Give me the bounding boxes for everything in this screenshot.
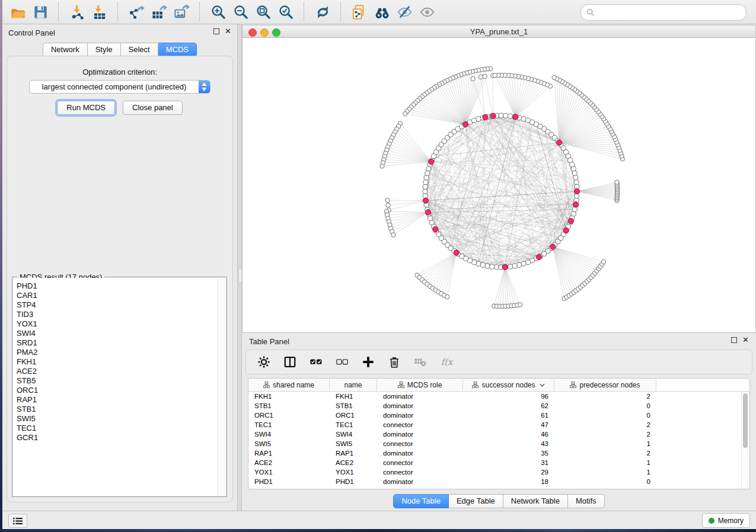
mcds-result-item[interactable]: ORC1 bbox=[13, 386, 218, 395]
tab-motifs[interactable]: Motifs bbox=[568, 494, 605, 508]
zoom-fit-icon[interactable] bbox=[252, 2, 275, 22]
graph-node[interactable] bbox=[571, 166, 576, 171]
graph-node[interactable] bbox=[423, 189, 428, 194]
export-network-icon[interactable] bbox=[125, 2, 148, 22]
graph-node[interactable] bbox=[423, 180, 428, 184]
mcds-hub-node[interactable] bbox=[556, 140, 562, 145]
memory-button[interactable]: Memory bbox=[702, 513, 750, 528]
tab-network[interactable]: Network bbox=[43, 43, 88, 57]
select-all-icon[interactable] bbox=[309, 355, 323, 369]
mcds-hub-node[interactable] bbox=[423, 198, 428, 203]
graph-node[interactable] bbox=[518, 303, 522, 307]
export-table-icon[interactable] bbox=[148, 2, 170, 22]
mcds-hub-node[interactable] bbox=[429, 159, 434, 164]
mcds-result-item[interactable]: FKH1 bbox=[13, 357, 218, 367]
graph-node[interactable] bbox=[521, 261, 526, 266]
tab-network-table[interactable]: Network Table bbox=[503, 494, 568, 508]
network-canvas[interactable] bbox=[243, 38, 755, 332]
table-settings-icon[interactable] bbox=[257, 355, 271, 369]
graph-node[interactable] bbox=[508, 114, 512, 118]
mcds-result-item[interactable]: STB5 bbox=[13, 376, 218, 386]
save-session-icon[interactable] bbox=[29, 2, 52, 22]
mcds-result-item[interactable]: PHD1 bbox=[13, 281, 218, 291]
table-scrollbar[interactable] bbox=[741, 392, 749, 489]
graph-node[interactable] bbox=[552, 75, 556, 79]
graph-node[interactable] bbox=[494, 265, 499, 270]
close-panel-button[interactable]: Close panel bbox=[123, 101, 183, 115]
graph-node[interactable] bbox=[615, 180, 619, 184]
mcds-result-item[interactable]: STP4 bbox=[13, 300, 218, 310]
delete-row-icon[interactable] bbox=[387, 355, 401, 369]
table-row[interactable]: SWI5SWI5connector431 bbox=[248, 439, 749, 448]
graph-node[interactable] bbox=[471, 76, 475, 81]
mcds-hub-node[interactable] bbox=[563, 227, 569, 233]
table-row[interactable]: SWI4SWI4dominator462 bbox=[248, 430, 749, 439]
panel-splitter[interactable] bbox=[237, 24, 242, 511]
search-input[interactable] bbox=[595, 7, 746, 18]
float-panel-icon[interactable] bbox=[213, 28, 219, 34]
column-header-successor-nodes[interactable]: successor nodes bbox=[463, 379, 554, 391]
tab-style[interactable]: Style bbox=[88, 43, 121, 57]
graph-node[interactable] bbox=[503, 113, 508, 118]
mcds-hub-node[interactable] bbox=[573, 202, 578, 207]
show-all-icon[interactable] bbox=[416, 2, 438, 22]
mcds-result-item[interactable]: CAR1 bbox=[13, 291, 218, 300]
graph-node[interactable] bbox=[499, 113, 503, 118]
node-table[interactable]: shared namenameMCDS rolesuccessor nodesp… bbox=[248, 378, 750, 489]
graph-node[interactable] bbox=[572, 207, 577, 212]
mcds-hub-node[interactable] bbox=[462, 121, 468, 127]
hide-selected-icon[interactable] bbox=[393, 2, 416, 22]
graph-node[interactable] bbox=[485, 264, 490, 268]
column-header-shared-name[interactable]: shared name bbox=[248, 379, 330, 391]
open-session-icon[interactable] bbox=[7, 2, 29, 22]
table-row[interactable]: STB1STB1dominator620 bbox=[248, 401, 749, 411]
mcds-result-item[interactable]: ACE2 bbox=[13, 367, 218, 376]
mcds-result-item[interactable]: TEC1 bbox=[13, 424, 218, 433]
mcds-result-item[interactable]: SRD1 bbox=[13, 338, 218, 348]
close-table-panel-icon[interactable]: ✕ bbox=[742, 337, 749, 343]
graph-node[interactable] bbox=[445, 295, 449, 299]
graph-node[interactable] bbox=[508, 264, 512, 269]
add-row-icon[interactable] bbox=[361, 355, 375, 369]
graph-node[interactable] bbox=[573, 175, 578, 180]
graph-node[interactable] bbox=[572, 171, 577, 175]
graph-node[interactable] bbox=[425, 171, 430, 175]
mcds-result-item[interactable]: SWI5 bbox=[13, 414, 218, 424]
mcds-hub-node[interactable] bbox=[454, 250, 459, 255]
zoom-out-icon[interactable] bbox=[229, 2, 252, 22]
mcds-hub-node[interactable] bbox=[483, 114, 488, 120]
mcds-list-scrollbar[interactable] bbox=[218, 278, 226, 496]
task-history-button[interactable] bbox=[8, 514, 27, 528]
mcds-result-item[interactable]: SWI4 bbox=[13, 329, 218, 338]
graph-node[interactable] bbox=[574, 180, 579, 184]
graph-node[interactable] bbox=[480, 262, 485, 267]
mcds-hub-node[interactable] bbox=[568, 218, 573, 223]
graph-node[interactable] bbox=[479, 75, 483, 79]
mcds-hub-node[interactable] bbox=[433, 226, 438, 232]
graph-node[interactable] bbox=[423, 184, 428, 189]
mcds-hub-node[interactable] bbox=[502, 264, 508, 270]
float-table-panel-icon[interactable] bbox=[731, 337, 737, 343]
import-network-icon[interactable] bbox=[66, 2, 88, 22]
table-row[interactable]: TEC1TEC1connector472 bbox=[248, 420, 749, 430]
mcds-hub-node[interactable] bbox=[490, 113, 496, 118]
search-box[interactable] bbox=[580, 4, 747, 21]
column-header-predecessor-nodes[interactable]: predecessor nodes bbox=[554, 379, 656, 391]
table-row[interactable]: FKH1FKH1dominator962 bbox=[248, 392, 749, 401]
graph-node[interactable] bbox=[391, 233, 395, 237]
column-header-MCDS-role[interactable]: MCDS role bbox=[377, 379, 463, 391]
table-row[interactable]: PHD1PHD1dominator180 bbox=[248, 477, 749, 486]
run-mcds-button[interactable]: Run MCDS bbox=[57, 101, 115, 115]
mcds-hub-node[interactable] bbox=[550, 244, 556, 249]
mcds-result-item[interactable]: YOX1 bbox=[13, 319, 218, 329]
mcds-hub-node[interactable] bbox=[425, 210, 430, 215]
graph-node[interactable] bbox=[493, 73, 497, 78]
graph-node[interactable] bbox=[386, 203, 390, 207]
graph-node[interactable] bbox=[489, 264, 494, 269]
export-image-icon[interactable] bbox=[170, 2, 193, 22]
graph-node[interactable] bbox=[517, 262, 522, 267]
table-row[interactable]: YOX1YOX1connector291 bbox=[248, 467, 749, 477]
graph-node[interactable] bbox=[403, 111, 407, 116]
zoom-in-icon[interactable] bbox=[207, 2, 229, 22]
mcds-result-item[interactable]: GCR1 bbox=[13, 433, 218, 443]
